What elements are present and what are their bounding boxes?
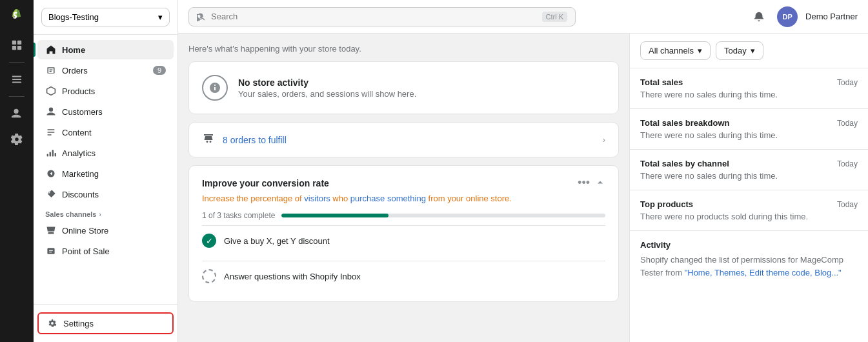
svg-rect-9: [52, 150, 54, 156]
conversion-header: Improve your conversion rate •••: [202, 176, 605, 190]
stat-date-top-products: Today: [837, 200, 858, 209]
user-avatar[interactable]: DP: [777, 6, 798, 27]
marketing-icon: [45, 168, 57, 179]
svg-rect-3: [17, 46, 21, 50]
page-subtitle: Here's what's happening with your store …: [188, 44, 619, 54]
products-icon: [45, 85, 57, 97]
icon-bar-orders[interactable]: [5, 68, 28, 91]
stat-label-channel: Total sales by channel: [640, 159, 729, 168]
search-icon: [197, 12, 206, 21]
store-selector[interactable]: Blogs-Testing ▾: [34, 0, 177, 35]
main-content: Ctrl K DP Demo Partner Here's what's hap…: [178, 0, 868, 342]
svg-rect-11: [47, 248, 54, 254]
today-button[interactable]: Today ▾: [716, 41, 763, 60]
sidebar-item-marketing[interactable]: Marketing: [37, 164, 174, 183]
settings-icon: [46, 317, 58, 329]
sidebar-item-discounts[interactable]: Discounts: [37, 185, 174, 204]
stat-date-channel: Today: [837, 159, 858, 168]
progress-bar: [281, 214, 605, 217]
activity-label: Activity: [640, 240, 858, 250]
activity-text: Shopify changed the list of permissions …: [640, 254, 858, 279]
collapse-button[interactable]: [595, 177, 605, 189]
fulfill-text: 8 orders to fulfill: [223, 135, 287, 145]
task-item-1: ✓ Give a buy X, get Y discount: [202, 225, 605, 256]
sidebar-item-content[interactable]: Content: [37, 123, 174, 142]
settings-item[interactable]: Settings: [37, 312, 174, 334]
fulfill-link[interactable]: fulfill: [268, 135, 287, 145]
home-icon: [45, 44, 57, 55]
fulfill-middle: orders to: [230, 135, 268, 145]
svg-rect-8: [50, 152, 51, 156]
discounts-icon: [45, 188, 57, 200]
sidebar-item-home[interactable]: Home: [37, 40, 174, 59]
today-label: Today: [724, 46, 747, 55]
right-panel-body: Total sales Today There were no sales du…: [630, 68, 868, 288]
icon-bar-divider2: [9, 96, 25, 97]
stat-value-breakdown: There were no sales during this time.: [640, 130, 858, 140]
store-dropdown-button[interactable]: Blogs-Testing ▾: [41, 8, 170, 26]
customers-label: Customers: [62, 107, 103, 117]
stat-row-breakdown: Total sales breakdown Today There were n…: [630, 109, 868, 150]
progress-label: 1 of 3 tasks complete: [202, 211, 275, 220]
stat-label-breakdown: Total sales breakdown: [640, 118, 729, 128]
orders-badge: 9: [153, 66, 166, 75]
sales-channels-header: Sales channels ›: [34, 205, 177, 221]
icon-bar-settings-small[interactable]: [5, 128, 28, 151]
topbar-right: DP Demo Partner: [749, 6, 858, 27]
progress-fill: [281, 214, 389, 217]
home-label: Home: [62, 45, 85, 55]
analytics-icon: [45, 147, 57, 159]
conversion-card: Improve your conversion rate ••• Increas…: [188, 165, 619, 302]
svg-rect-6: [47, 134, 51, 136]
icon-bar-grid[interactable]: [5, 34, 28, 57]
conversion-actions: •••: [578, 176, 605, 190]
activity-link[interactable]: "Home, Themes, Edit theme code, Blog...": [685, 268, 842, 277]
fulfill-icon: [202, 132, 215, 148]
conversion-title: Improve your conversion rate: [202, 178, 329, 188]
settings-label: Settings: [63, 319, 94, 328]
analytics-label: Analytics: [62, 148, 96, 158]
sidebar-item-online-store[interactable]: Online Store: [37, 221, 174, 240]
right-panel: All channels ▾ Today ▾ Total sales Today…: [629, 34, 868, 342]
stat-value-total-sales: There were no sales during this time.: [640, 90, 858, 99]
activity-section: Activity Shopify changed the list of per…: [630, 231, 868, 288]
no-activity-text: No store activity Your sales, orders, an…: [238, 77, 416, 99]
all-channels-button[interactable]: All channels ▾: [640, 41, 711, 60]
icon-bar-people[interactable]: [5, 102, 28, 125]
more-options-button[interactable]: •••: [578, 176, 590, 190]
pos-icon: [45, 245, 57, 257]
sidebar-item-orders[interactable]: Orders 9: [37, 61, 174, 80]
sidebar: Blogs-Testing ▾ Home Orders 9 Products: [34, 0, 178, 342]
stat-row-total-sales: Total sales Today There were no sales du…: [630, 68, 868, 109]
task-check-done: ✓: [202, 234, 216, 248]
search-bar[interactable]: Ctrl K: [188, 7, 576, 26]
center-content: Here's what's happening with your store …: [178, 34, 629, 342]
fulfill-card[interactable]: 8 orders to fulfill ›: [188, 122, 619, 157]
no-activity-card: No store activity Your sales, orders, an…: [188, 61, 619, 114]
shopify-logo: [6, 5, 27, 26]
partner-name: Demo Partner: [805, 12, 858, 21]
stat-date-total-sales: Today: [837, 78, 858, 87]
store-name: Blogs-Testing: [48, 12, 99, 22]
orders-icon: [45, 65, 57, 76]
sidebar-item-customers[interactable]: Customers: [37, 102, 174, 121]
stat-header-breakdown: Total sales breakdown Today: [640, 118, 858, 128]
stat-row-top-products: Top products Today There were no product…: [630, 190, 868, 231]
svg-rect-5: [47, 132, 54, 133]
sidebar-item-pos[interactable]: Point of Sale: [37, 241, 174, 261]
stat-value-top-products: There were no products sold during this …: [640, 212, 858, 221]
stat-value-channel: There were no sales during this time.: [640, 171, 858, 181]
svg-rect-0: [12, 41, 16, 45]
stat-date-breakdown: Today: [837, 119, 858, 128]
stat-header-channel: Total sales by channel Today: [640, 159, 858, 168]
stat-header-total-sales: Total sales Today: [640, 77, 858, 87]
fulfill-arrow: ›: [603, 135, 605, 145]
stat-label-top-products: Top products: [640, 199, 693, 209]
sidebar-item-products[interactable]: Products: [37, 81, 174, 101]
sidebar-item-analytics[interactable]: Analytics: [37, 143, 174, 163]
search-input[interactable]: [211, 12, 537, 21]
discounts-label: Discounts: [62, 190, 99, 199]
task-label-2: Answer questions with Shopify Inbox: [224, 272, 361, 281]
no-activity-icon: [202, 75, 228, 101]
notification-button[interactable]: [749, 6, 769, 27]
